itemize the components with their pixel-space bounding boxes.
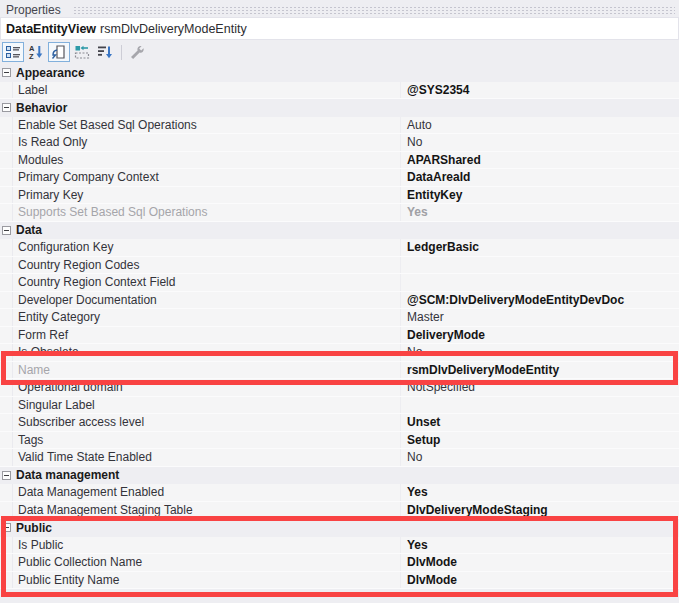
category-row[interactable]: Behavior (0, 99, 679, 117)
property-value[interactable]: rsmDlvDeliveryModeEntity (407, 363, 559, 377)
property-row[interactable]: Is ObsoleteNo (0, 344, 679, 362)
property-label: Is Obsolete (18, 345, 79, 359)
property-row[interactable]: ModulesAPARShared (0, 152, 679, 170)
collapse-icon[interactable] (2, 103, 11, 112)
property-row[interactable]: Operational domainNotSpecified (0, 379, 679, 397)
category-label: Behavior (16, 101, 67, 115)
property-value[interactable]: NotSpecified (407, 380, 475, 394)
property-row[interactable]: Valid Time State EnabledNo (0, 449, 679, 467)
property-value[interactable]: DlvDeliveryModeStaging (407, 503, 548, 517)
category-row[interactable]: Data management (0, 467, 679, 485)
property-row[interactable]: TagsSetup (0, 432, 679, 450)
property-label: Developer Documentation (18, 293, 157, 307)
property-value[interactable]: No (407, 345, 422, 359)
category-row[interactable]: Appearance (0, 64, 679, 82)
property-label: Name (18, 363, 50, 377)
category-row[interactable]: Data (0, 222, 679, 240)
property-value[interactable]: APARShared (407, 153, 481, 167)
property-row[interactable]: NamersmDlvDeliveryModeEntity (0, 362, 679, 380)
property-row[interactable]: Data Management Staging TableDlvDelivery… (0, 502, 679, 520)
property-row[interactable]: Country Region Codes (0, 257, 679, 275)
property-label: Country Region Context Field (18, 275, 175, 289)
property-value[interactable]: DataAreaId (407, 170, 470, 184)
property-row[interactable]: Enable Set Based Sql OperationsAuto (0, 117, 679, 135)
properties-toolbar: A Z (0, 40, 679, 64)
property-row[interactable]: Public Entity NameDlvMode (0, 572, 679, 590)
property-value[interactable]: No (407, 450, 422, 464)
property-label: Singular Label (18, 398, 95, 412)
drag-grip[interactable] (73, 6, 675, 14)
property-label: Is Public (18, 538, 63, 552)
property-row[interactable]: Developer Documentation@SCM:DlvDeliveryM… (0, 292, 679, 310)
property-value[interactable]: EntityKey (407, 188, 462, 202)
panel-titlebar: Properties (0, 0, 679, 17)
property-label: Modules (18, 153, 63, 167)
property-value[interactable]: @SCM:DlvDeliveryModeEntityDevDoc (407, 293, 624, 307)
property-row[interactable]: Public Collection NameDlvMode (0, 554, 679, 572)
property-value[interactable]: Yes (407, 485, 428, 499)
property-label: Tags (18, 433, 43, 447)
alphabetical-sort-button[interactable]: A Z (25, 42, 47, 62)
object-name-label: rsmDlvDeliveryModeEntity (100, 22, 247, 36)
property-value[interactable]: No (407, 135, 422, 149)
property-label: Public Collection Name (18, 555, 142, 569)
wrench-icon (129, 44, 145, 60)
object-type-label: DataEntityView (6, 22, 96, 36)
property-value[interactable]: @SYS2354 (407, 83, 469, 97)
property-value[interactable]: Yes (407, 205, 428, 219)
property-value[interactable]: Auto (407, 118, 432, 132)
categorized-button[interactable] (2, 42, 24, 62)
sort-descending-icon (97, 44, 113, 60)
properties-grid: AppearanceLabel@SYS2354BehaviorEnable Se… (0, 64, 679, 589)
page-arrow-icon (51, 44, 67, 60)
property-value[interactable]: Unset (407, 415, 440, 429)
collapse-icon[interactable] (2, 471, 11, 480)
property-label: Data Management Staging Table (18, 503, 193, 517)
property-row[interactable]: Is PublicYes (0, 537, 679, 555)
property-row[interactable]: Configuration KeyLedgerBasic (0, 239, 679, 257)
property-label: Primary Company Context (18, 170, 159, 184)
property-row[interactable]: Data Management EnabledYes (0, 484, 679, 502)
page-arrow-button[interactable] (48, 42, 70, 62)
property-value[interactable]: Setup (407, 433, 440, 447)
categorized-icon (5, 44, 21, 60)
category-row[interactable]: Public (0, 519, 679, 537)
property-row[interactable]: Subscriber access levelUnset (0, 414, 679, 432)
property-label: Enable Set Based Sql Operations (18, 118, 197, 132)
collapse-icon[interactable] (2, 523, 11, 532)
property-label: Country Region Codes (18, 258, 139, 272)
collapse-icon[interactable] (2, 226, 11, 235)
property-value[interactable]: Master (407, 310, 444, 324)
property-row[interactable]: Country Region Context Field (0, 274, 679, 292)
dashed-selection-button[interactable] (71, 42, 93, 62)
property-row[interactable]: Label@SYS2354 (0, 82, 679, 100)
category-label: Appearance (16, 66, 85, 80)
property-row[interactable]: Supports Set Based Sql OperationsYes (0, 204, 679, 222)
property-row[interactable]: Is Read OnlyNo (0, 134, 679, 152)
property-label: Subscriber access level (18, 415, 144, 429)
property-row[interactable]: Primary Company ContextDataAreaId (0, 169, 679, 187)
properties-panel: Properties DataEntityView rsmDlvDelivery… (0, 0, 679, 603)
property-row[interactable]: Primary KeyEntityKey (0, 187, 679, 205)
property-label: Is Read Only (18, 135, 87, 149)
property-row[interactable]: Form RefDeliveryMode (0, 327, 679, 345)
property-row[interactable]: Entity CategoryMaster (0, 309, 679, 327)
property-label: Operational domain (18, 380, 123, 394)
collapse-icon[interactable] (2, 68, 11, 77)
category-label: Data (16, 223, 42, 237)
property-value[interactable]: DlvMode (407, 573, 457, 587)
property-value[interactable]: Yes (407, 538, 428, 552)
property-row[interactable]: Singular Label (0, 397, 679, 415)
sort-descending-button[interactable] (94, 42, 116, 62)
category-label: Public (16, 521, 52, 535)
alphabetical-sort-icon: A Z (28, 44, 44, 60)
property-label: Label (18, 83, 47, 97)
object-selector[interactable]: DataEntityView rsmDlvDeliveryModeEntity (0, 17, 679, 40)
property-value[interactable]: DeliveryMode (407, 328, 485, 342)
property-value[interactable]: DlvMode (407, 555, 457, 569)
property-label: Form Ref (18, 328, 68, 342)
property-value[interactable]: LedgerBasic (407, 240, 479, 254)
property-label: Configuration Key (18, 240, 113, 254)
property-pages-button (126, 42, 148, 62)
property-label: Primary Key (18, 188, 83, 202)
